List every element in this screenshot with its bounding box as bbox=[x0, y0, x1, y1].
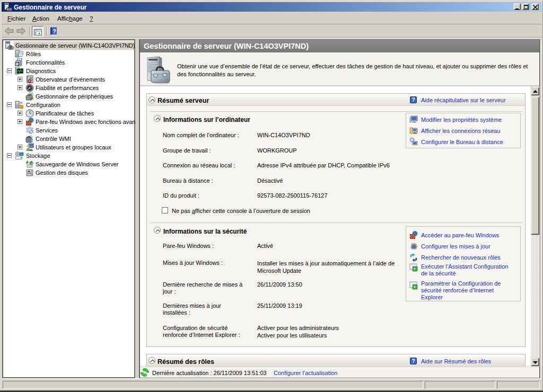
svg-text:?: ? bbox=[52, 28, 56, 34]
svg-text:?: ? bbox=[411, 97, 415, 103]
svg-text:?: ? bbox=[411, 358, 415, 364]
